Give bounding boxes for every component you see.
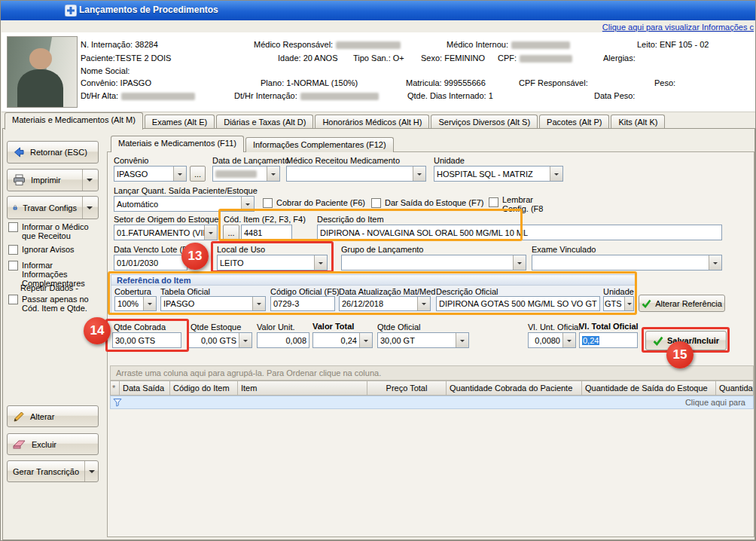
tab-diarias-taxas[interactable]: Diárias e Taxas (Alt D)	[216, 115, 313, 130]
chevron-down-icon[interactable]	[173, 167, 186, 181]
unidade-oficial-select[interactable]: GTS	[603, 296, 634, 311]
imprimir-button[interactable]: Imprimir	[7, 169, 99, 191]
n-internacao-value: 38284	[135, 40, 158, 49]
repetir-dados-caption: Repetir Dados -	[20, 283, 78, 292]
chk-cobrar-paciente[interactable]: Cobrar do Paciente (F6)	[263, 198, 365, 208]
paciente-value: TESTE 2 DOIS	[115, 53, 172, 63]
dthr-alta-field: Dt/Hr Alta:	[81, 91, 195, 100]
descricao-item-input[interactable]: DIPIRONA - NOVALGINA SOL ORAL 500 MG/ML …	[317, 225, 722, 240]
medico-receitou-select[interactable]	[286, 166, 426, 182]
chk-repetir-dados[interactable]: Passar apenas noCód. Item e Qtde.	[8, 295, 100, 313]
col-data-saida[interactable]: Data Saída	[120, 381, 170, 395]
chevron-down-icon[interactable]	[252, 297, 265, 310]
chevron-down-icon[interactable]	[204, 225, 217, 240]
chevron-down-icon[interactable]	[267, 167, 279, 181]
chk-lembrar-config[interactable]: LembrarConfig. (F8	[489, 195, 543, 213]
qtde-estoque-select[interactable]: 0,00 GTS	[187, 332, 252, 348]
chevron-down-icon[interactable]	[314, 255, 327, 270]
grid-group-hint: Arraste uma coluna aqui para agrupá-la. …	[116, 368, 381, 377]
qtde-oficial-label: Qtde Oficial	[377, 322, 420, 332]
grid-filter-row[interactable]: Clique aqui para	[110, 396, 754, 409]
tab-materiais-f11[interactable]: Materiais e Medicamentos (F11)	[111, 136, 244, 152]
convenio-select[interactable]: IPASGO	[114, 166, 187, 182]
chevron-down-icon[interactable]	[456, 333, 468, 347]
qtde-cobrada-input[interactable]: 30,00 GTS	[112, 332, 181, 348]
qtde-oficial-select[interactable]: 30,00 GT	[377, 332, 469, 348]
col-codigo-item[interactable]: Código do Item	[170, 381, 238, 395]
tab-servicos-diversos[interactable]: Serviços Diversos (Alt S)	[431, 115, 538, 130]
chevron-down-icon[interactable]	[413, 167, 425, 181]
tab-pacotes[interactable]: Pacotes (Alt P)	[539, 115, 609, 130]
chk-dar-saida[interactable]: Dar Saída do Estoque (F7)	[371, 198, 483, 208]
chevron-down-icon[interactable]	[562, 333, 575, 347]
descricao-oficial-input[interactable]: DIPIRONA GOTAS 500 MG/ML SO VO GT	[436, 296, 600, 311]
col-qtd-extra[interactable]: Quantidade de Sa	[716, 381, 753, 395]
cod-item-browse-button[interactable]: ...	[223, 225, 239, 240]
convenio-browse-button[interactable]: ...	[190, 166, 206, 182]
grupo-lancamento-select[interactable]	[341, 255, 526, 270]
tab-exames[interactable]: Exames (Alt E)	[145, 115, 215, 130]
data-vencto-input[interactable]: 01/01/2030	[114, 255, 187, 270]
alterar-label: Alterar	[30, 412, 54, 421]
col-qtd-cobrada-paciente[interactable]: Quantidade Cobrada do Paciente	[447, 381, 582, 395]
local-uso-select[interactable]: LEITO	[217, 255, 328, 270]
imprimir-dropdown-arrow[interactable]	[82, 170, 93, 191]
visualizar-informacoes-link[interactable]: Clique aqui para visualizar Informações …	[602, 23, 754, 32]
cod-item-input[interactable]: 4481	[241, 225, 292, 240]
unidade-oficial-value: GTS	[604, 297, 624, 310]
chevron-down-icon[interactable]	[513, 255, 526, 270]
tab-honorarios-medicos[interactable]: Honorários Médicos (Alt H)	[315, 115, 429, 130]
title-bar[interactable]: Lançamentos de Procedimentos	[1, 1, 756, 20]
valor-total-select[interactable]: 0,24	[312, 332, 373, 348]
chk-ignorar-avisos[interactable]: Ignorar Avisos	[8, 245, 100, 255]
app-icon	[65, 5, 77, 17]
travar-dropdown-arrow[interactable]	[82, 197, 93, 219]
data-atualizacao-select[interactable]: 26/12/2018	[339, 296, 431, 311]
grid-filter-hint: Clique aqui para	[685, 398, 753, 407]
gerar-dropdown-arrow[interactable]	[84, 461, 95, 481]
paciente-field: Paciente:TESTE 2 DOIS	[81, 53, 171, 63]
tabela-oficial-select[interactable]: IPASGO	[160, 296, 266, 311]
cobertura-select[interactable]: 100%	[114, 296, 157, 311]
chevron-down-icon[interactable]	[624, 297, 633, 310]
plano-label: Plano:	[261, 78, 284, 87]
chevron-down-icon[interactable]	[143, 297, 156, 310]
chevron-down-icon[interactable]	[709, 255, 721, 270]
data-lancamento-select[interactable]	[212, 166, 280, 182]
tab-materiais-medicamentos[interactable]: Materiais e Medicamentos (Alt M)	[5, 112, 143, 130]
medico-receitou-value	[287, 167, 413, 181]
col-preco-total[interactable]: Preço Total	[367, 381, 447, 395]
retornar-button[interactable]: Retornar (ESC)	[7, 141, 99, 164]
grid-group-by-bar[interactable]: Arraste uma coluna aqui para agrupá-la. …	[110, 365, 754, 381]
col-qtd-saida-estoque[interactable]: Quantidade de Saída do Estoque	[582, 381, 716, 395]
valor-unit-input[interactable]: 0,008	[257, 332, 309, 348]
chk-informar-medico[interactable]: Informar o Médico que Receitou	[8, 222, 100, 240]
setor-origem-select[interactable]: 01.FATURAMENTO (VIRT	[114, 225, 218, 240]
alterar-referencia-button[interactable]: Alterar Referência	[639, 295, 725, 312]
travar-configs-button[interactable]: Travar Configs	[7, 196, 99, 219]
chevron-down-icon[interactable]	[241, 197, 254, 211]
vl-unt-oficial-value: 0,0080	[529, 333, 562, 347]
salvar-incluir-button[interactable]: Salvar/Incluir	[645, 331, 727, 350]
tab-complementares-f12[interactable]: Informações Complementares (F12)	[245, 137, 394, 152]
cobertura-label: Cobertura	[114, 287, 151, 296]
chevron-down-icon[interactable]	[417, 297, 430, 310]
medico-internou-field: Médico Internou:	[447, 40, 570, 49]
main-tabstrip: Materiais e Medicamentos (Alt M) Exames …	[5, 112, 666, 130]
checkbox-icon	[8, 261, 18, 270]
vl-unt-oficial-select[interactable]: 0,0080	[528, 332, 576, 348]
alterar-button[interactable]: Alterar	[7, 405, 99, 427]
chevron-down-icon[interactable]	[239, 333, 251, 347]
lancar-quant-select[interactable]: Automático	[114, 196, 255, 212]
codigo-oficial-input[interactable]: 0729-3	[270, 296, 335, 311]
chevron-down-icon[interactable]	[550, 167, 562, 181]
chevron-down-icon[interactable]	[359, 333, 372, 347]
gerar-transcricao-button[interactable]: Gerar Transcrição	[7, 460, 99, 482]
col-item[interactable]: Item	[238, 381, 367, 395]
unidade-select[interactable]: HOSPITAL SQL - MATRIZ	[434, 166, 563, 182]
tab-kits[interactable]: Kits (Alt K)	[611, 115, 665, 130]
exame-vinculado-select[interactable]	[532, 255, 722, 270]
redacted-value	[520, 55, 572, 63]
excluir-button[interactable]: Excluir	[7, 433, 99, 455]
vl-total-oficial-input[interactable]: 0,24	[579, 332, 638, 348]
